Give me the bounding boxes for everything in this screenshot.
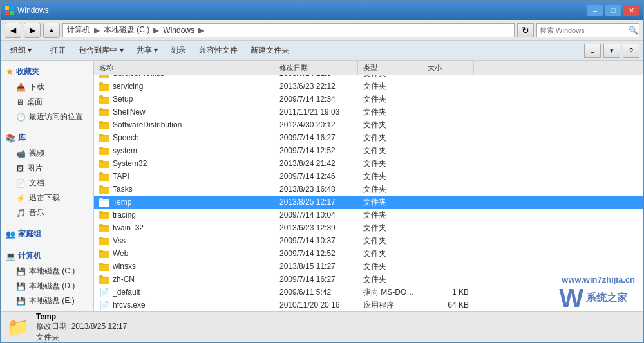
breadcrumb-windows[interactable]: Windows [163, 26, 194, 35]
file-name-cell: zh-CN [94, 275, 274, 284]
folder-icon [99, 223, 109, 232]
new-folder-button[interactable]: 新建文件夹 [245, 42, 295, 59]
file-list: SchCache2009/7/14 10:05文件夹 schemas2009/7… [94, 75, 643, 311]
table-row[interactable]: Vss2009/7/14 10:37文件夹 [94, 234, 643, 247]
sidebar-item-drive-e[interactable]: 💾 本地磁盘 (E:) [1, 293, 93, 308]
sidebar-item-pictures[interactable]: 🖼 图片 [1, 161, 93, 176]
compat-button[interactable]: 兼容性文件 [193, 42, 243, 59]
sidebar-library-header[interactable]: 📚 库 [1, 130, 93, 146]
svg-rect-19 [99, 227, 109, 232]
file-date-cell: 2009/7/14 12:52 [274, 146, 358, 155]
search-icon[interactable]: 🔍 [629, 26, 638, 35]
search-box[interactable]: 🔍 [536, 23, 639, 37]
file-name-text: _default [113, 288, 140, 297]
sidebar-favorites-header[interactable]: ★ 收藏夹 [1, 64, 93, 80]
table-row[interactable]: Setup2009/7/14 12:34文件夹 [94, 93, 643, 106]
svg-rect-23 [99, 278, 109, 284]
file-type-cell: 文件夹 [358, 261, 422, 272]
file-name-text: ShellNew [113, 107, 146, 116]
table-row[interactable]: ShellNew2011/11/21 19:03文件夹 [94, 106, 643, 118]
column-headers: 名称 修改日期 类型 大小 [94, 61, 643, 75]
share-button[interactable]: 共享 ▾ [131, 42, 164, 59]
table-row[interactable]: winsxs2013/8/15 11:27文件夹 [94, 260, 643, 273]
sidebar: ★ 收藏夹 📥 下载 🖥 桌面 🕐 最近访问的位置 [1, 61, 94, 311]
sidebar-item-recent[interactable]: 🕐 最近访问的位置 [1, 109, 93, 124]
add-to-library-button[interactable]: 包含到库中 ▾ [73, 42, 129, 59]
svg-rect-10 [99, 111, 109, 116]
window-controls: – □ ✕ [587, 5, 639, 16]
col-header-name[interactable]: 名称 [94, 61, 274, 75]
minimize-button[interactable]: – [587, 5, 603, 16]
table-row[interactable]: 📄_default2009/6/11 5:42指向 MS-DOS 程...1 K… [94, 286, 643, 299]
file-name-text: System32 [113, 159, 147, 168]
star-icon: ★ [6, 67, 14, 77]
organize-button[interactable]: 组织 ▾ [5, 42, 37, 59]
table-row[interactable]: twain_322013/6/23 12:39文件夹 [94, 221, 643, 234]
maximize-button[interactable]: □ [605, 5, 621, 16]
file-name-cell: servicing [94, 82, 274, 91]
table-row[interactable]: servicing2013/6/23 22:12文件夹 [94, 80, 643, 93]
sidebar-item-documents[interactable]: 📄 文档 [1, 176, 93, 190]
refresh-button[interactable]: ↻ [517, 23, 534, 37]
burn-button[interactable]: 刻录 [165, 42, 192, 59]
col-header-date[interactable]: 修改日期 [274, 61, 358, 75]
table-row[interactable]: TAPI2009/7/14 12:46文件夹 [94, 170, 643, 183]
file-date-cell: 2013/8/25 12:17 [274, 198, 358, 207]
svg-rect-14 [99, 162, 109, 168]
file-name-cell: 📄_default [94, 288, 274, 297]
sidebar-homegroup-header[interactable]: 👥 家庭组 [1, 226, 93, 242]
sidebar-computer-header[interactable]: 💻 计算机 [1, 248, 93, 264]
video-icon: 📹 [16, 149, 26, 158]
sidebar-item-thunder[interactable]: ⚡ 迅雷下载 [1, 190, 93, 205]
folder-icon [99, 262, 109, 271]
up-button[interactable]: ▲ [43, 23, 60, 38]
view-options-button[interactable]: ▾ [603, 44, 620, 58]
sidebar-item-video[interactable]: 📹 视频 [1, 146, 93, 161]
status-bar: 📁 Temp 修改日期: 2013/8/25 12:17 文件夹 [1, 311, 643, 342]
back-button[interactable]: ◀ [5, 23, 21, 38]
forward-button[interactable]: ▶ [24, 23, 41, 38]
close-button[interactable]: ✕ [623, 5, 639, 16]
file-type-cell: 文件夹 [358, 223, 422, 234]
help-button[interactable]: ? [623, 44, 639, 58]
file-type-cell: 文件夹 [358, 145, 422, 156]
folder-icon [99, 159, 109, 168]
file-name-text: Web [113, 249, 128, 258]
file-name-text: tracing [113, 210, 136, 219]
file-date-cell: 2009/7/14 12:34 [274, 75, 358, 78]
documents-icon: 📄 [16, 179, 26, 188]
table-row[interactable]: System322013/8/24 21:42文件夹 [94, 157, 643, 170]
sidebar-item-desktop[interactable]: 🖥 桌面 [1, 95, 93, 109]
sidebar-divider-2 [6, 223, 88, 223]
address-input[interactable]: 计算机 ▶ 本地磁盘 (C:) ▶ Windows ▶ [62, 23, 515, 37]
table-row[interactable]: ServiceProfiles2009/7/14 12:34文件夹 [94, 75, 643, 80]
toolbar: 组织 ▾ 打开 包含到库中 ▾ 共享 ▾ 刻录 兼容性文件 新建文件夹 ≡ ▾ … [1, 41, 643, 61]
table-row[interactable]: zh-CN2009/7/14 16:27文件夹 [94, 273, 643, 286]
table-row[interactable]: 📄hfcvs.exe2010/11/20 20:16应用程序64 KB [94, 299, 643, 311]
file-date-cell: 2013/6/23 22:12 [274, 82, 358, 91]
file-type-cell: 文件夹 [358, 81, 422, 92]
sidebar-item-drive-d[interactable]: 💾 本地磁盘 (D:) [1, 279, 93, 293]
table-row[interactable]: SoftwareDistribution2012/4/30 20:12文件夹 [94, 118, 643, 131]
file-name-text: zh-CN [113, 275, 135, 284]
table-row[interactable]: tracing2009/7/14 10:04文件夹 [94, 209, 643, 221]
search-input[interactable] [540, 26, 629, 34]
sidebar-item-drive-c[interactable]: 💾 本地磁盘 (C:) [1, 264, 93, 279]
breadcrumb-drive[interactable]: 本地磁盘 (C:) [104, 24, 149, 35]
table-row[interactable]: Tasks2013/8/23 16:48文件夹 [94, 183, 643, 196]
col-header-size[interactable]: 大小 [422, 61, 474, 75]
file-type-cell: 文件夹 [358, 120, 422, 131]
sidebar-item-downloads[interactable]: 📥 下载 [1, 80, 93, 95]
table-row[interactable]: system2009/7/14 12:52文件夹 [94, 144, 643, 157]
folder-icon [99, 75, 109, 78]
col-header-type[interactable]: 类型 [358, 61, 422, 75]
view-list-button[interactable]: ≡ [584, 44, 601, 58]
file-date-cell: 2009/7/14 10:04 [274, 210, 358, 219]
file-name-cell: Temp [94, 198, 274, 207]
open-button[interactable]: 打开 [44, 42, 71, 59]
sidebar-item-music[interactable]: 🎵 音乐 [1, 205, 93, 220]
table-row[interactable]: Speech2009/7/14 16:27文件夹 [94, 131, 643, 144]
table-row[interactable]: Temp2013/8/25 12:17文件夹 [94, 196, 643, 209]
breadcrumb-computer[interactable]: 计算机 [67, 24, 90, 35]
table-row[interactable]: Web2009/7/14 12:52文件夹 [94, 247, 643, 260]
